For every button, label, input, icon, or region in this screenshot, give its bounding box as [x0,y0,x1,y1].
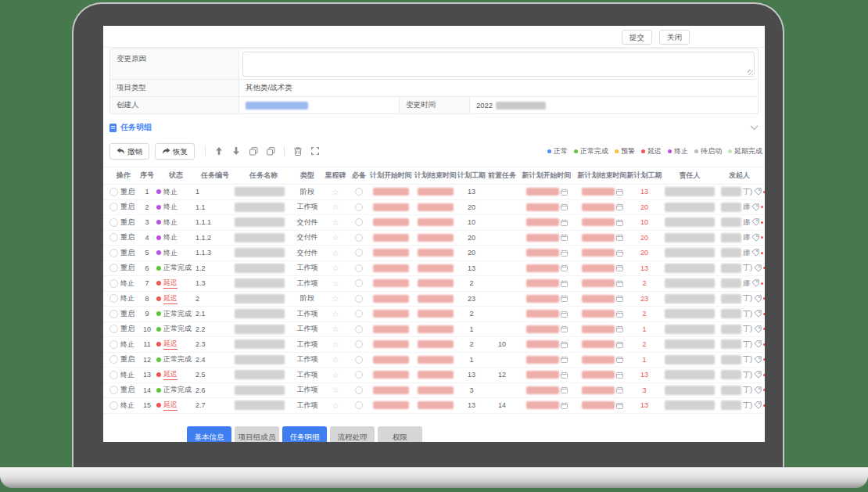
table-row[interactable]: 重启 9 正常完成 2.1 工作项 ☆ 2 2 丁) [103,307,765,322]
tag-icon[interactable] [751,234,759,242]
row-radio[interactable] [109,386,118,394]
required-radio-icon[interactable] [355,188,363,196]
table-row[interactable]: 重启 5 终止 1.1.3 交付件 ☆ 20 20 娜 [103,246,765,261]
calendar-icon[interactable] [616,372,623,379]
calendar-icon[interactable] [561,234,568,241]
calendar-icon[interactable] [561,402,568,409]
row-radio[interactable] [109,294,118,303]
tag-icon[interactable] [751,279,759,287]
row-action-link[interactable]: 重启 [120,248,135,258]
calendar-icon[interactable] [616,386,623,393]
row-action-link[interactable]: 重启 [120,263,135,273]
milestone-star-icon[interactable]: ☆ [332,386,339,394]
row-radio[interactable] [109,355,118,364]
calendar-icon[interactable] [616,311,623,318]
row-action-link[interactable]: 重启 [120,385,135,395]
textarea-resize-handle[interactable] [748,70,753,75]
table-row[interactable]: 重启 14 正常完成 2.6 工作项 ☆ 3 3 丁) [103,383,765,399]
milestone-star-icon[interactable]: ☆ [332,310,339,318]
row-radio[interactable] [109,310,118,318]
required-radio-icon[interactable] [355,371,363,379]
milestone-star-icon[interactable]: ☆ [332,325,339,333]
row-action-link[interactable]: 重启 [120,202,135,212]
move-up-icon[interactable] [212,144,226,158]
calendar-icon[interactable] [616,264,623,271]
table-row[interactable]: 重启 6 正常完成 1.2 工作项 ☆ 13 13 丁) [103,261,765,277]
table-row[interactable]: 终止 11 延迟 2.3 工作项 ☆ 2 10 2 丁) [103,337,765,353]
required-radio-icon[interactable] [355,325,363,333]
row-radio[interactable] [109,279,118,288]
milestone-star-icon[interactable]: ☆ [332,340,339,349]
tag-icon[interactable] [751,203,759,211]
table-row[interactable]: 重启 3 终止 1.1.1 交付件 ☆ 10 10 娜 [103,215,765,231]
row-radio[interactable] [109,218,118,227]
milestone-star-icon[interactable]: ☆ [332,355,339,364]
milestone-star-icon[interactable]: ☆ [332,203,339,211]
tag-icon[interactable] [754,340,762,348]
task-detail-section-header[interactable]: 任务明细 [109,120,759,135]
row-action-link[interactable]: 终止 [120,400,135,411]
delete-icon[interactable] [291,144,305,158]
submit-button[interactable]: 提交 [622,30,652,45]
table-row[interactable]: 重启 1 终止 1 阶段 ☆ 13 13 丁) [103,185,765,200]
table-row[interactable]: 终止 13 延迟 2.5 工作项 ☆ 13 12 13 丁) [103,368,765,383]
required-radio-icon[interactable] [355,203,363,211]
calendar-icon[interactable] [616,250,623,257]
tag-icon[interactable] [751,218,759,226]
undo-button[interactable]: 撤销 [109,143,149,160]
table-row[interactable]: 终止 7 延迟 1.3 工作项 ☆ 2 2 娜 [103,276,765,292]
row-action-link[interactable]: 重启 [120,309,135,319]
row-action-link[interactable]: 重启 [120,354,135,365]
required-radio-icon[interactable] [355,356,363,364]
row-radio[interactable] [109,188,118,196]
calendar-icon[interactable] [616,295,623,302]
chevron-down-icon[interactable] [750,125,759,131]
row-action-link[interactable]: 重启 [120,324,135,334]
calendar-icon[interactable] [561,189,568,196]
table-row[interactable]: 终止 15 延迟 2.7 工作项 ☆ 13 14 13 丁) [103,398,765,414]
calendar-icon[interactable] [616,234,623,241]
required-radio-icon[interactable] [355,234,363,242]
calendar-icon[interactable] [561,341,568,348]
tag-icon[interactable] [754,356,762,364]
milestone-star-icon[interactable]: ☆ [332,218,339,227]
row-action-link[interactable]: 终止 [120,278,135,289]
required-radio-icon[interactable] [355,340,363,348]
table-row[interactable]: 重启 12 正常完成 2.4 工作项 ☆ 1 1 丁) [103,353,765,368]
required-radio-icon[interactable] [355,264,363,272]
milestone-star-icon[interactable]: ☆ [332,233,339,242]
table-row[interactable]: 重启 10 正常完成 2.2 工作项 ☆ 1 1 丁) [103,322,765,338]
milestone-star-icon[interactable]: ☆ [332,401,339,410]
required-radio-icon[interactable] [355,218,363,226]
row-action-link[interactable]: 重启 [120,187,135,197]
calendar-icon[interactable] [561,356,568,363]
tag-icon[interactable] [754,325,762,333]
row-action-link[interactable]: 重启 [120,232,135,242]
bottom-tab[interactable]: 权限 [378,426,422,442]
calendar-icon[interactable] [616,219,623,226]
bottom-tab[interactable]: 基本信息 [187,426,231,442]
calendar-icon[interactable] [561,295,568,302]
row-radio[interactable] [109,233,118,242]
required-radio-icon[interactable] [355,279,363,287]
row-radio[interactable] [109,325,118,333]
calendar-icon[interactable] [561,386,568,393]
creator-value-redacted[interactable] [246,102,308,110]
calendar-icon[interactable] [561,264,568,271]
row-action-link[interactable]: 终止 [120,370,135,380]
milestone-star-icon[interactable]: ☆ [332,371,339,379]
calendar-icon[interactable] [616,280,623,287]
required-radio-icon[interactable] [355,295,363,303]
row-action-link[interactable]: 终止 [120,293,135,303]
milestone-star-icon[interactable]: ☆ [332,264,339,272]
row-action-link[interactable]: 终止 [120,339,135,350]
table-row[interactable]: 重启 2 终止 1.1 工作项 ☆ 20 20 娜 [103,200,765,216]
calendar-icon[interactable] [561,372,568,379]
milestone-star-icon[interactable]: ☆ [332,294,339,303]
row-radio[interactable] [109,203,118,211]
calendar-icon[interactable] [616,189,623,196]
tag-icon[interactable] [754,386,762,394]
move-down-icon[interactable] [229,144,243,158]
row-radio[interactable] [109,264,118,272]
calendar-icon[interactable] [616,356,623,363]
